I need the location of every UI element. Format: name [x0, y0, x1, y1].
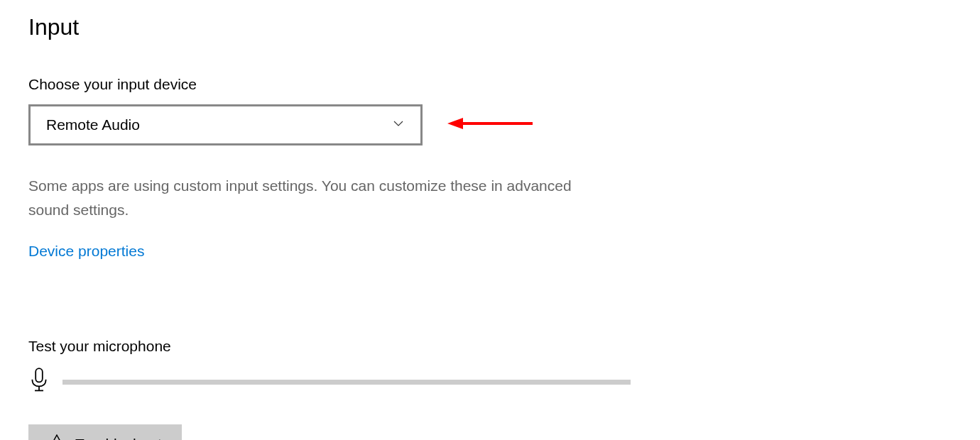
troubleshoot-button[interactable]: Troubleshoot: [28, 424, 182, 440]
svg-marker-5: [49, 435, 65, 440]
microphone-icon: [28, 368, 50, 396]
input-device-selected-value: Remote Audio: [46, 116, 140, 133]
annotation-arrow-icon: [447, 115, 533, 135]
section-title: Input: [28, 14, 952, 40]
troubleshoot-button-label: Troubleshoot: [75, 436, 162, 440]
input-device-dropdown[interactable]: Remote Audio: [28, 104, 423, 145]
warning-icon: [48, 434, 65, 440]
svg-rect-2: [36, 368, 43, 382]
svg-marker-1: [447, 118, 463, 129]
mic-test-label: Test your microphone: [28, 338, 952, 355]
custom-input-info-text: Some apps are using custom input setting…: [28, 174, 582, 221]
mic-level-bar: [62, 380, 631, 385]
device-properties-link[interactable]: Device properties: [28, 243, 144, 260]
input-device-label: Choose your input device: [28, 76, 952, 93]
chevron-down-icon: [392, 117, 405, 133]
